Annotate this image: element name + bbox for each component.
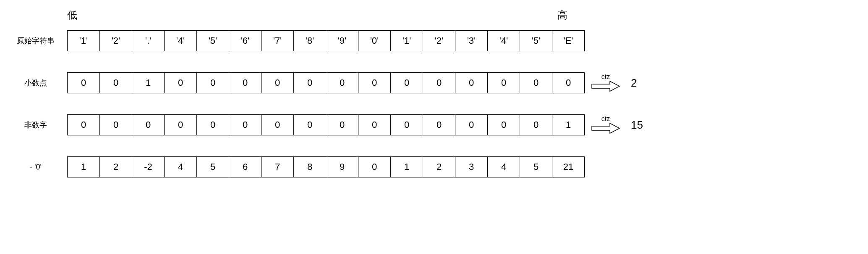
cell: 0 bbox=[326, 72, 358, 93]
cell: '9' bbox=[326, 30, 358, 51]
cell: 0 bbox=[99, 114, 132, 135]
cell: 1 bbox=[132, 72, 165, 93]
cell: 4 bbox=[164, 156, 197, 177]
table-row: 小数点0010000000000000ctz2 bbox=[8, 72, 860, 93]
cell: 0 bbox=[293, 72, 326, 93]
header-row: 低 高 bbox=[67, 8, 860, 22]
cell: '8' bbox=[293, 30, 326, 51]
cell: 8 bbox=[293, 156, 326, 177]
cell: 0 bbox=[132, 114, 165, 135]
cell: 0 bbox=[358, 114, 391, 135]
cell: 5 bbox=[520, 156, 552, 177]
cell: 2 bbox=[423, 156, 455, 177]
arrow-wrap: ctz bbox=[591, 115, 620, 135]
cell: 0 bbox=[229, 72, 261, 93]
cell: 21 bbox=[552, 156, 585, 177]
row-label: 非数字 bbox=[8, 120, 67, 130]
cell: '3' bbox=[455, 30, 488, 51]
cell: 3 bbox=[455, 156, 488, 177]
cell: 0 bbox=[261, 114, 294, 135]
cell: 5 bbox=[196, 156, 229, 177]
table-row: 非数字0000000000000001ctz15 bbox=[8, 114, 860, 135]
cell: 0 bbox=[229, 114, 261, 135]
cell: '6' bbox=[229, 30, 261, 51]
cell: 0 bbox=[358, 156, 391, 177]
cell: 0 bbox=[358, 72, 391, 93]
cell: '1' bbox=[390, 30, 423, 51]
header-high: 高 bbox=[557, 8, 567, 22]
cell: 9 bbox=[326, 156, 358, 177]
row-label: 原始字符串 bbox=[8, 36, 67, 46]
cell: '5' bbox=[196, 30, 229, 51]
diagram-container: 低 高 原始字符串'1''2''.''4''5''6''7''8''9''0''… bbox=[8, 8, 860, 177]
cell: '2' bbox=[423, 30, 455, 51]
row-label: 小数点 bbox=[8, 78, 67, 88]
arrow-wrap: ctz bbox=[591, 73, 620, 93]
cell: -2 bbox=[132, 156, 165, 177]
header-low: 低 bbox=[67, 8, 101, 22]
cell: 0 bbox=[326, 114, 358, 135]
cell: 7 bbox=[261, 156, 294, 177]
cell: 'E' bbox=[552, 30, 585, 51]
cell: 0 bbox=[164, 72, 197, 93]
cell: 2 bbox=[99, 156, 132, 177]
cell: '4' bbox=[164, 30, 197, 51]
cell: 0 bbox=[67, 72, 100, 93]
cell: 0 bbox=[196, 114, 229, 135]
cell: 0 bbox=[196, 72, 229, 93]
cell: '0' bbox=[358, 30, 391, 51]
cells: 12-245678901234521 bbox=[67, 156, 585, 177]
cell: 0 bbox=[552, 72, 585, 93]
cell: 0 bbox=[423, 72, 455, 93]
cells: 0000000000000001 bbox=[67, 114, 585, 135]
table-row: 原始字符串'1''2''.''4''5''6''7''8''9''0''1''2… bbox=[8, 30, 860, 51]
cell: 0 bbox=[487, 72, 520, 93]
cell: 0 bbox=[455, 72, 488, 93]
cell: 6 bbox=[229, 156, 261, 177]
cells: '1''2''.''4''5''6''7''8''9''0''1''2''3''… bbox=[67, 30, 585, 51]
cell: '2' bbox=[99, 30, 132, 51]
cell: 0 bbox=[293, 114, 326, 135]
cell: '7' bbox=[261, 30, 294, 51]
cell: 4 bbox=[487, 156, 520, 177]
cell: 0 bbox=[487, 114, 520, 135]
arrow-right-icon bbox=[591, 122, 620, 135]
cell: '1' bbox=[67, 30, 100, 51]
cell: 0 bbox=[164, 114, 197, 135]
cell: 1 bbox=[552, 114, 585, 135]
cell: '.' bbox=[132, 30, 165, 51]
result-value: 2 bbox=[631, 77, 637, 90]
cell: 0 bbox=[99, 72, 132, 93]
cell: 0 bbox=[423, 114, 455, 135]
cell: 1 bbox=[67, 156, 100, 177]
arrow-right-icon bbox=[591, 80, 620, 93]
row-label: - '0' bbox=[8, 163, 67, 172]
cells: 0010000000000000 bbox=[67, 72, 585, 93]
cell: 0 bbox=[520, 114, 552, 135]
cell: 0 bbox=[261, 72, 294, 93]
cell: 0 bbox=[390, 114, 423, 135]
cell: 0 bbox=[67, 114, 100, 135]
cell: '4' bbox=[487, 30, 520, 51]
cell: 0 bbox=[455, 114, 488, 135]
cell: 0 bbox=[390, 72, 423, 93]
cell: '5' bbox=[520, 30, 552, 51]
cell: 1 bbox=[390, 156, 423, 177]
result-value: 15 bbox=[631, 119, 643, 132]
cell: 0 bbox=[520, 72, 552, 93]
table-row: - '0'12-245678901234521 bbox=[8, 156, 860, 177]
